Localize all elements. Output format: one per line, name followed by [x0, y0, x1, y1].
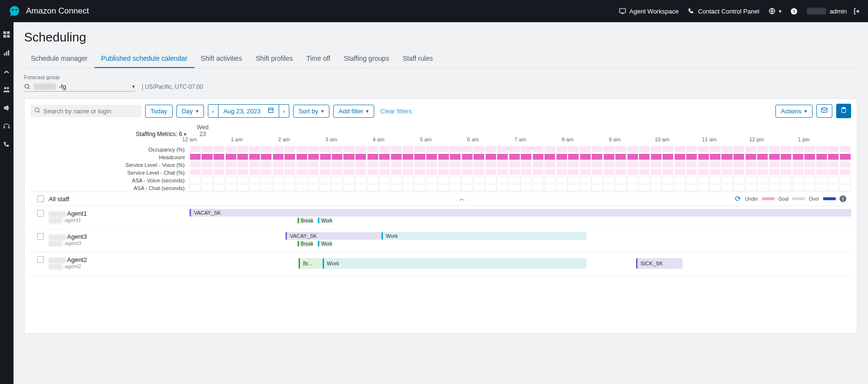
metric-label: Service Level - Chat (%) [30, 168, 190, 176]
metric-label: Service Level - Voice (%) [30, 161, 190, 168]
info-icon[interactable]: i [840, 195, 846, 202]
tab-staff-rules[interactable]: Staff rules [396, 50, 440, 68]
agent-track[interactable]: VACAY_SKWorkBreakWork [190, 229, 851, 252]
search-icon [34, 107, 41, 115]
shift-break[interactable]: Br... [298, 258, 322, 269]
hour-label: 4 am [373, 137, 384, 142]
shift-work[interactable]: Work [381, 232, 586, 240]
rail-users-icon[interactable] [3, 86, 11, 94]
mail-button[interactable] [816, 104, 832, 118]
rail-headset-icon[interactable] [3, 123, 11, 130]
tab-schedule-manager[interactable]: Schedule manager [24, 50, 95, 68]
agent-workspace-link[interactable]: Agent Workspace [619, 7, 678, 15]
svg-point-13 [25, 84, 29, 88]
rail-routing-icon[interactable] [3, 68, 11, 75]
hour-label: 10 am [655, 137, 670, 142]
legend-goal-label: Goal [778, 196, 788, 202]
search-input-wrapper[interactable] [30, 105, 141, 117]
clear-filters-link[interactable]: Clear filters [378, 105, 414, 117]
hour-label: 1 am [231, 137, 243, 142]
rail-campaigns-icon[interactable] [3, 104, 11, 112]
legend-under-label: Under [745, 196, 758, 202]
today-button[interactable]: Today [145, 105, 173, 118]
rail-phone-icon[interactable] [3, 141, 11, 149]
signout-icon [853, 7, 860, 15]
metric-label: Occupancy (%) [30, 145, 190, 153]
metric-row [190, 168, 851, 176]
shift-sick[interactable]: SICK_SK [636, 258, 682, 269]
svg-rect-6 [3, 35, 6, 38]
date-picker[interactable]: Aug 23, 2023 [218, 104, 279, 118]
agent-checkbox[interactable] [37, 233, 44, 240]
agent-row: Agent3-agent3VACAY_SKWorkBreakWork [30, 229, 851, 252]
hour-label: 2 am [278, 137, 290, 142]
svg-rect-15 [268, 108, 273, 112]
forecast-group-label: Forecast group [24, 74, 135, 80]
agent-checkbox[interactable] [37, 256, 44, 263]
svg-rect-10 [8, 50, 9, 55]
prev-day-button[interactable]: ‹ [208, 104, 218, 118]
add-filter-button[interactable]: Add filter▾ [333, 105, 374, 118]
svg-point-12 [7, 87, 9, 89]
select-all-checkbox[interactable] [37, 195, 44, 202]
forecast-group-suffix: -fg [59, 83, 66, 90]
agent-name: Agent3 [49, 233, 87, 240]
chevron-down-icon: ▾ [804, 108, 807, 114]
collapse-metrics-button[interactable]: ︿ [459, 194, 465, 203]
agent-track[interactable]: VACAY_SKBreakWork [190, 206, 851, 229]
agent-login: -agent3 [49, 240, 87, 247]
svg-rect-18 [842, 108, 845, 109]
hour-label: 12 am [182, 137, 197, 142]
tab-time-off[interactable]: Time off [299, 50, 337, 68]
refresh-button[interactable]: ⟳ [735, 194, 741, 203]
metric-row [190, 153, 851, 161]
chevron-down-icon: ▾ [132, 83, 135, 90]
agent-track[interactable]: Br...WorkSICK_SK [190, 252, 851, 275]
hour-label: 8 am [562, 137, 573, 142]
svg-rect-5 [7, 31, 10, 34]
legend-over-swatch [823, 197, 836, 200]
shift-work[interactable]: Work [323, 258, 586, 269]
user-menu[interactable]: admin [807, 7, 860, 15]
shift-vacay[interactable]: VACAY_SK [285, 232, 381, 240]
shift-work[interactable]: Work [318, 241, 332, 247]
ccp-link[interactable]: Contact Control Panel [687, 7, 759, 15]
calendar-icon [268, 107, 274, 115]
agent-checkbox[interactable] [37, 210, 44, 217]
next-day-button[interactable]: › [279, 104, 289, 118]
legend-goal-swatch [792, 197, 805, 200]
rail-analytics-icon[interactable] [3, 49, 11, 57]
svg-rect-16 [822, 108, 827, 112]
tab-shift-profiles[interactable]: Shift profiles [249, 50, 299, 68]
hour-label: 12 pm [749, 137, 764, 142]
metric-row [190, 184, 851, 192]
chevron-down-icon: ▾ [779, 8, 782, 14]
view-select[interactable]: Day▾ [176, 105, 204, 118]
tab-shift-activities[interactable]: Shift activities [194, 50, 249, 68]
username-prefix-blur [807, 8, 826, 14]
shift-break[interactable]: Break [298, 241, 313, 247]
svg-rect-8 [4, 53, 5, 55]
language-menu[interactable]: ▾ [768, 7, 782, 15]
help-button[interactable]: ? [790, 7, 798, 15]
hour-label: 1 pm [798, 137, 810, 142]
agent-name: Agent1 [49, 210, 87, 217]
chevron-down-icon: ▾ [321, 108, 324, 114]
rail-dashboard-icon[interactable] [3, 31, 11, 39]
chevron-left-icon: ‹ [212, 108, 214, 115]
agent-workspace-label: Agent Workspace [629, 8, 678, 15]
forecast-group-select[interactable]: -fg ▾ [24, 82, 135, 92]
search-input[interactable] [43, 108, 137, 115]
shift-break[interactable]: Break [298, 218, 313, 223]
hour-label: 11 am [702, 137, 717, 142]
actions-menu[interactable]: Actions▾ [775, 105, 813, 118]
clipboard-button[interactable] [836, 104, 851, 118]
hour-label: 7 am [515, 137, 526, 142]
staffing-metrics-toggle[interactable]: Staffing Metrics: 6 ▾ [136, 131, 187, 137]
sort-by-select[interactable]: Sort by▾ [293, 105, 329, 118]
timezone-text: | US/Pacific, UTC-07:00 [142, 83, 203, 90]
tab-staffing-groups[interactable]: Staffing groups [337, 50, 396, 68]
tab-published-schedule-calendar[interactable]: Published schedule calendar [95, 50, 194, 68]
shift-vacay[interactable]: VACAY_SK [190, 209, 851, 217]
shift-work[interactable]: Work [318, 218, 332, 223]
